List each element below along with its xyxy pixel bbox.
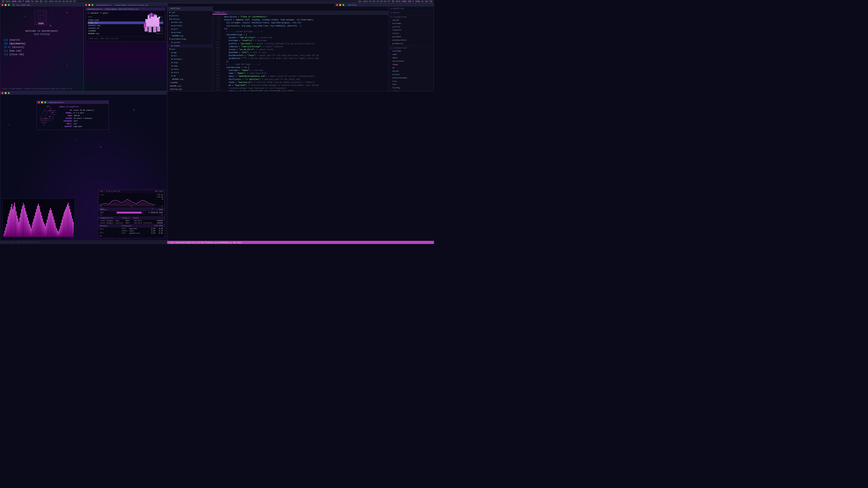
neofetch-content: WE / / // ;;;;;;##///// ;; ;; ;;## ; ;; … xyxy=(37,104,108,130)
viz-bar-25 xyxy=(26,211,26,237)
tree-item-personal[interactable]: ▶ personal xyxy=(167,24,213,28)
panel-hostname-item[interactable]: hostname xyxy=(389,22,434,25)
dt-max-dot[interactable] xyxy=(8,92,10,94)
tree-item-patches[interactable]: ▶ patches xyxy=(167,14,213,18)
viz-bar-18 xyxy=(20,218,20,237)
dt-min-dot[interactable] xyxy=(5,92,6,94)
svg-rect-14 xyxy=(152,13,154,17)
tree-item-hardware[interactable]: ▶ hardware xyxy=(167,58,213,61)
tree-item-app[interactable]: ▶ app xyxy=(167,51,213,55)
panel-grubdevice-item[interactable]: grubDevice xyxy=(389,42,434,45)
panel-wm-item[interactable]: wm xyxy=(389,66,434,70)
panel-bootmode-item[interactable]: bootMode xyxy=(389,35,434,39)
fm-min-dot[interactable] xyxy=(88,4,90,6)
panel-system-item[interactable]: system xyxy=(389,19,434,22)
tree-item-work[interactable]: ▶ work xyxy=(167,28,213,31)
nf-min-dot[interactable] xyxy=(41,101,43,103)
cpu-stat-max: 8 xyxy=(162,198,163,200)
tree-item-system[interactable]: ▶ system xyxy=(167,41,213,44)
panel-profile-item[interactable]: profile xyxy=(389,25,434,29)
tree-item-worklab[interactable]: ▶ worklab xyxy=(167,31,213,34)
qutebrowser-window: ⬛ Tech 100% 20% . . . . . . . . . ╭─────… xyxy=(0,3,84,91)
tree-item-wm[interactable]: ▶ wm xyxy=(167,74,213,78)
menu-newtab[interactable]: [t] [New tab] xyxy=(4,49,80,53)
fm-close-dot[interactable] xyxy=(85,4,87,6)
tree-item-readme[interactable]: README.org xyxy=(167,85,213,88)
viz-bar-46 xyxy=(44,224,45,237)
code-line-25: dotfilesDir = "~/.dotfiles"; # absolute … xyxy=(222,78,387,81)
editor-right-panel: ▼ description ▼ outputs ▼ systemSettings… xyxy=(389,6,434,91)
disk-size-1: 504GiB xyxy=(157,220,163,222)
fm-max-dot[interactable] xyxy=(92,4,93,6)
dt-close-dot[interactable] xyxy=(2,92,3,94)
pixel-pony-area xyxy=(140,10,165,37)
tree-item-profiles-readme[interactable]: README.org xyxy=(167,34,213,38)
menu-closetab[interactable]: [x] [Close tab] xyxy=(4,53,80,57)
memory-scale: 100% xyxy=(158,208,163,210)
panel-name-item[interactable]: name xyxy=(389,53,434,56)
panel-locale-item[interactable]: locale xyxy=(389,32,434,35)
mem-start: 0% xyxy=(100,215,102,216)
panel-wmtype-item[interactable]: wmType xyxy=(389,70,434,73)
desktop-titlebar xyxy=(0,92,167,95)
panel-email-item[interactable]: email xyxy=(389,56,434,60)
panel-outputs-title: ▼ outputs xyxy=(389,11,434,14)
tree-item-shell[interactable]: ▶ shell xyxy=(167,68,213,71)
tree-item-license[interactable]: LICENSE xyxy=(167,81,213,85)
panel-timezone-item[interactable]: timezone xyxy=(389,29,434,32)
folder-work-label: work xyxy=(174,28,178,31)
tree-item-user[interactable]: ▼ user xyxy=(167,48,213,51)
nf-close-dot[interactable] xyxy=(38,101,40,103)
disks-section: Disks /dev/dm-0 504GiB /dev/dm-0 /nix/st… xyxy=(131,216,164,224)
folder-homelab-icon: ▶ xyxy=(172,21,173,24)
panel-username-item[interactable]: username xyxy=(389,50,434,53)
panel-fontpkg-item[interactable]: fontPkg xyxy=(389,86,434,90)
tree-item-bin[interactable]: ▶ bin xyxy=(167,54,213,58)
tree-item-pkgs[interactable]: ▶ pkgs xyxy=(167,64,213,68)
tree-item-profiles[interactable]: ▼ profiles xyxy=(167,18,213,21)
maximize-dot[interactable] xyxy=(8,4,10,6)
viz-bar-38 xyxy=(37,206,38,237)
memory-footer: 0% 0% xyxy=(98,214,164,216)
file-name-installsh: install.sh xyxy=(88,27,99,30)
menu-history[interactable]: [S h] [History] xyxy=(4,46,80,49)
code-editor-area[interactable]: description = "Flake of LibrePhoenix"; o… xyxy=(220,15,389,91)
tree-item-themes[interactable]: ▶ themes xyxy=(167,44,213,48)
viz-bar-49 xyxy=(47,220,48,237)
proc-pid-3: 3186 xyxy=(122,232,128,234)
tree-item-systemsettings[interactable]: ▼ systemSettings xyxy=(167,37,213,41)
file-name-flakenix: flake.nix xyxy=(88,22,98,24)
viz-bar-28 xyxy=(28,221,29,237)
minimize-dot[interactable] xyxy=(5,4,6,6)
tree-item-style[interactable]: ▶ style xyxy=(167,71,213,74)
panel-theme-item[interactable]: theme xyxy=(389,63,434,66)
tree-item-desktop[interactable]: desktop.png xyxy=(167,88,213,91)
nf-arch-value: x86_64 xyxy=(74,114,80,117)
tab-flakenix[interactable]: flake.nix xyxy=(213,11,227,14)
ed-min-dot[interactable] xyxy=(339,4,341,6)
panel-term-item[interactable]: term xyxy=(389,80,434,83)
tree-item-user-readme[interactable]: README.org xyxy=(167,78,213,81)
panel-defaultroamdir-item[interactable]: defaultRoamDir xyxy=(389,76,434,80)
menu-quickmarks[interactable]: [b] [Quickmarks] xyxy=(4,42,80,46)
panel-browser-item[interactable]: browser xyxy=(389,73,434,76)
panel-bootmountpath-item[interactable]: bootMountPath xyxy=(389,39,434,42)
tree-item-git[interactable]: ▶ .git xyxy=(167,11,213,14)
folder-wm-icon: ▶ xyxy=(172,74,173,77)
close-dot[interactable] xyxy=(2,4,3,6)
folder-style-icon: ▶ xyxy=(172,71,173,74)
memory-ram-label: RAM: xyxy=(100,212,115,214)
panel-dotfilesdir-item[interactable]: dotfilesDir xyxy=(389,60,434,63)
panel-editor-item[interactable]: editor xyxy=(389,90,434,91)
tree-item-homelab[interactable]: ▶ home lab xyxy=(167,21,213,24)
neofetch-window: emmet@snowfire WE / / // ;;;;;;##///// ;… xyxy=(36,101,109,130)
folder-systemsettings-icon: ▼ xyxy=(169,38,170,41)
terminal-path-label: ~/home/emmet/.dotfiles/flake.nix xyxy=(103,8,138,10)
code-line-23: name = "Emmet"; # name/identifier xyxy=(222,72,387,75)
panel-font-item[interactable]: font xyxy=(389,83,434,86)
ed-close-dot[interactable] xyxy=(336,4,338,6)
nf-max-dot[interactable] xyxy=(44,101,46,103)
menu-search[interactable]: [o] [Search] xyxy=(4,38,80,42)
ed-max-dot[interactable] xyxy=(342,4,344,6)
tree-item-lang[interactable]: ▶ lang xyxy=(167,61,213,64)
